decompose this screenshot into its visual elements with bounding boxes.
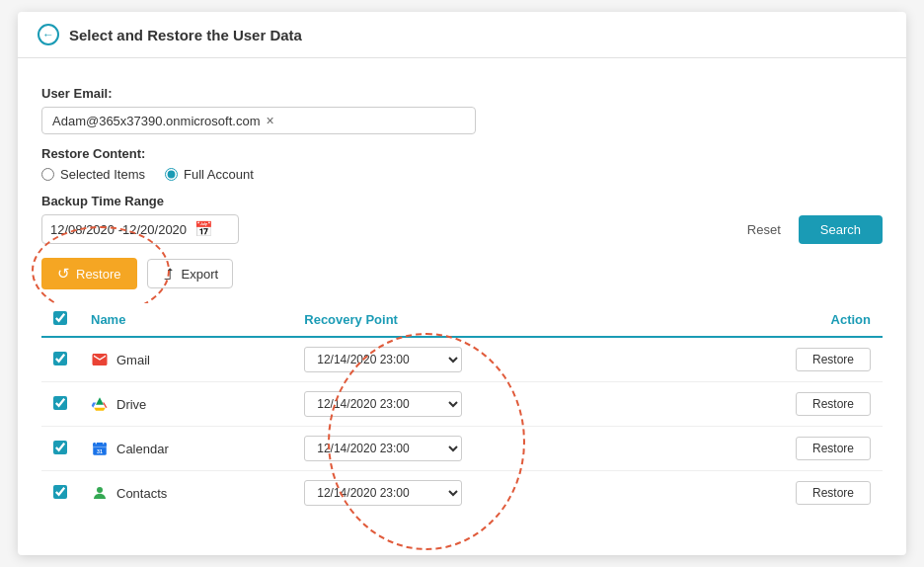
drive-icon [91,395,109,413]
row-name-cell-3: Contacts [79,471,292,516]
col-action-label: Action [831,312,871,327]
restore-icon: ↺ [57,265,70,283]
row-checkbox-cell [41,337,79,382]
svg-rect-2 [93,446,107,448]
col-checkbox [41,303,79,337]
col-name-header: Name [79,303,292,337]
row-restore-button-1[interactable]: Restore [796,392,871,416]
table-row: 31 Calendar 12/14/2020 23:00 Restore [41,427,883,471]
row-name-3: Contacts [116,486,167,501]
backup-range-label: Backup Time Range [41,194,883,208]
row-name-0: Gmail [116,353,150,367]
table-body: Gmail 12/14/2020 23:00 Restore Drive [41,337,883,515]
date-range-row: 12/08/2020 -12/20/2020 📅 Reset Search [41,214,883,244]
toolbar: ↺ Restore ⮥ Export [41,258,233,289]
table-container: Name Recovery Point Action [41,303,883,515]
row-checkbox-1[interactable] [53,396,67,410]
back-button[interactable]: ← [38,24,59,45]
table-row: Drive 12/14/2020 23:00 Restore [41,382,883,427]
recovery-select-3[interactable]: 12/14/2020 23:00 [304,480,462,506]
email-value: Adam@365x37390.onmicrosoft.com [52,114,260,128]
radio-full-input[interactable] [165,168,178,181]
row-name-cell-1: Drive [79,382,292,427]
col-action-header: Action [674,303,883,337]
recovery-select-0[interactable]: 12/14/2020 23:00 [304,347,462,372]
restore-main-label: Restore [76,267,121,282]
email-input[interactable]: Adam@365x37390.onmicrosoft.com × [41,107,476,134]
row-recovery-cell-0: 12/14/2020 23:00 [292,337,674,382]
row-restore-button-0[interactable]: Restore [796,348,871,371]
row-name-cell-2: 31 Calendar [79,427,292,471]
col-name-label: Name [91,312,125,327]
radio-full-account[interactable]: Full Account [165,167,254,182]
row-checkbox-0[interactable] [53,352,67,365]
reset-button[interactable]: Reset [737,216,791,243]
row-action-cell-0: Restore [674,337,883,382]
table-row: Gmail 12/14/2020 23:00 Restore [41,337,883,382]
col-recovery-label: Recovery Point [304,312,398,327]
row-checkbox-cell [41,427,79,471]
export-button[interactable]: ⮥ Export [147,259,234,288]
page-header: ← Select and Restore the User Data [18,12,906,58]
table-header-row: Name Recovery Point Action [41,303,883,337]
row-checkbox-2[interactable] [53,441,67,454]
page-content: User Email: Adam@365x37390.onmicrosoft.c… [18,58,906,530]
search-reset-bar: Reset Search [737,215,883,244]
row-restore-button-3[interactable]: Restore [796,481,871,505]
svg-text:31: 31 [97,448,103,454]
svg-point-4 [97,487,103,493]
restore-content-label: Restore Content: [41,146,883,161]
row-checkbox-cell [41,471,79,516]
date-range-value: 12/08/2020 -12/20/2020 [50,222,187,237]
search-button[interactable]: Search [799,215,883,244]
radio-selected-input[interactable] [41,168,54,181]
page-title: Select and Restore the User Data [69,27,302,43]
row-recovery-cell-3: 12/14/2020 23:00 [292,471,674,516]
restore-main-button[interactable]: ↺ Restore [41,258,137,289]
calendar-icon[interactable]: 📅 [194,220,213,238]
export-label: Export [182,267,219,282]
row-action-cell-2: Restore [674,427,883,471]
email-tag: Adam@365x37390.onmicrosoft.com × [52,113,274,128]
restore-content-group: Selected Items Full Account [41,167,883,182]
email-label: User Email: [41,86,883,101]
col-recovery-header: Recovery Point [292,303,674,337]
select-all-checkbox[interactable] [53,311,67,325]
row-name-1: Drive [116,397,146,412]
gmail-icon [91,351,109,368]
row-restore-button-2[interactable]: Restore [796,437,871,460]
calendar-icon: 31 [91,440,109,457]
radio-selected-label: Selected Items [60,167,145,182]
row-action-cell-3: Restore [674,471,883,516]
row-name-cell-0: Gmail [79,337,292,382]
email-close-button[interactable]: × [266,113,273,128]
row-checkbox-cell [41,382,79,427]
data-table: Name Recovery Point Action [41,303,883,515]
row-action-cell-1: Restore [674,382,883,427]
contacts-icon [91,484,109,502]
toolbar-container: ↺ Restore ⮥ Export [41,244,233,289]
recovery-select-1[interactable]: 12/14/2020 23:00 [304,391,462,417]
radio-full-label: Full Account [184,167,254,182]
main-window: ← Select and Restore the User Data User … [18,12,906,555]
row-recovery-cell-1: 12/14/2020 23:00 [292,382,674,427]
recovery-select-2[interactable]: 12/14/2020 23:00 [304,436,462,461]
row-recovery-cell-2: 12/14/2020 23:00 [292,427,674,471]
row-name-2: Calendar [116,442,169,456]
date-range-input[interactable]: 12/08/2020 -12/20/2020 📅 [41,214,239,244]
table-row: Contacts 12/14/2020 23:00 Restore [41,471,883,516]
radio-selected-items[interactable]: Selected Items [41,167,145,182]
export-icon: ⮥ [162,266,176,282]
row-checkbox-3[interactable] [53,485,67,499]
